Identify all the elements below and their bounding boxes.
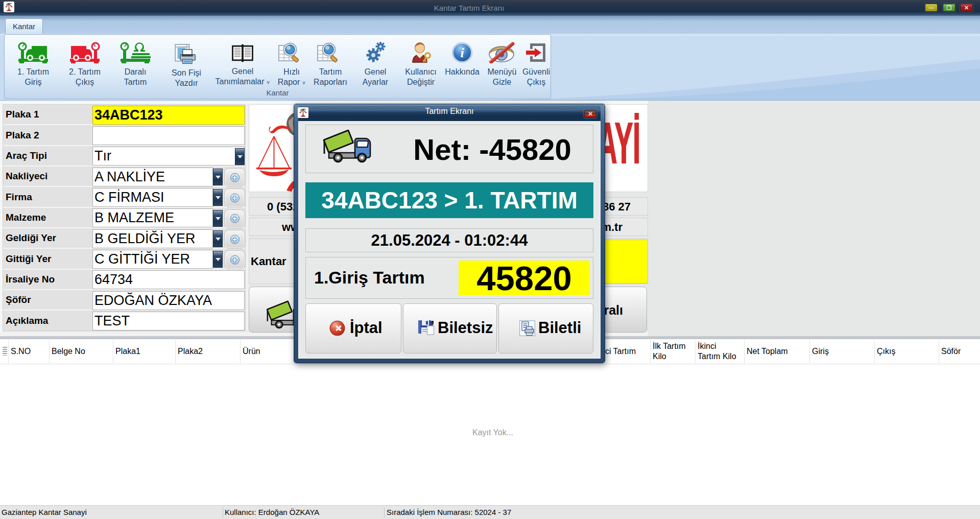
svg-text:i: i — [460, 45, 464, 60]
